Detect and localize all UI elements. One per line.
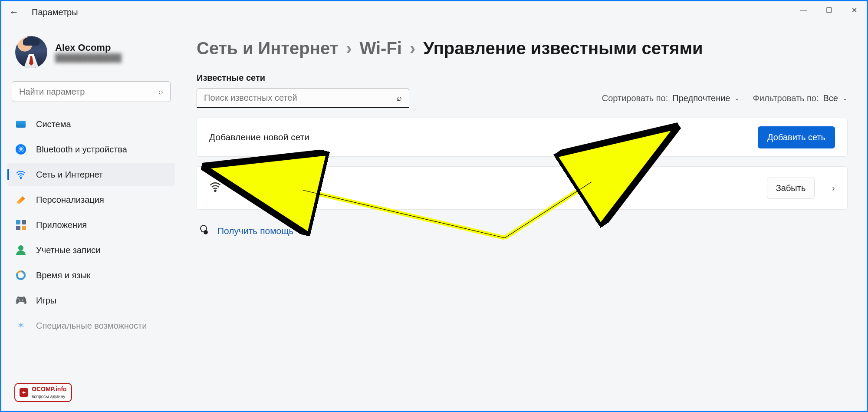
clock-icon xyxy=(15,270,26,281)
add-network-button[interactable]: Добавить сеть xyxy=(758,126,835,148)
known-networks-search[interactable]: ⌕ xyxy=(197,88,409,108)
close-button[interactable]: ✕ xyxy=(842,1,867,19)
sort-dropdown[interactable]: Сортировать по: Предпочтение ⌄ xyxy=(602,93,740,103)
back-button[interactable]: ← xyxy=(9,7,19,18)
help-icon: ? xyxy=(198,224,209,237)
chevron-right-icon: › xyxy=(346,39,352,58)
chevron-right-icon[interactable]: › xyxy=(832,183,835,193)
sidebar-item-system[interactable]: Система xyxy=(7,112,175,136)
breadcrumb-wifi[interactable]: Wi-Fi xyxy=(360,39,402,58)
minimize-button[interactable]: — xyxy=(791,1,816,19)
apps-icon xyxy=(15,219,26,231)
svg-point-0 xyxy=(20,178,22,179)
sidebar-item-time-language[interactable]: Время и язык xyxy=(7,264,175,287)
filter-label: Фильтровать по: xyxy=(753,93,819,103)
breadcrumb-network[interactable]: Сеть и Интернет xyxy=(197,39,338,58)
sidebar-item-accessibility[interactable]: ✶ Специальные возможности xyxy=(7,314,175,337)
sidebar-item-label: Специальные возможности xyxy=(36,321,147,331)
settings-search-input[interactable] xyxy=(19,87,158,97)
maximize-button[interactable]: ☐ xyxy=(816,1,842,19)
filter-value: Все xyxy=(823,93,838,103)
known-networks-search-input[interactable] xyxy=(204,93,397,103)
breadcrumb: Сеть и Интернет › Wi-Fi › Управление изв… xyxy=(197,39,848,58)
sidebar-item-label: Сеть и Интернет xyxy=(36,170,103,180)
system-icon xyxy=(15,119,26,130)
watermark: + OCOMP.info вопросы-админу xyxy=(14,383,72,402)
plus-icon: + xyxy=(20,388,28,397)
sidebar-item-network[interactable]: Сеть и Интернет xyxy=(7,163,175,186)
brush-icon xyxy=(15,194,26,205)
person-icon xyxy=(15,244,26,256)
search-icon: ⌕ xyxy=(158,87,163,96)
sidebar-item-label: Система xyxy=(36,119,71,129)
chevron-down-icon: ⌄ xyxy=(842,95,848,102)
settings-search[interactable]: ⌕ xyxy=(12,81,171,102)
sidebar-item-label: Игры xyxy=(36,296,56,306)
sidebar-item-personalization[interactable]: Персонализация xyxy=(7,188,175,211)
window-title: Параметры xyxy=(32,7,78,17)
page-title: Управление известными сетями xyxy=(423,39,703,58)
network-row[interactable]: Asus_████ Забыть › xyxy=(209,167,835,209)
user-block[interactable]: Alex Ocomp ████████████ xyxy=(7,32,175,81)
sidebar-item-label: Приложения xyxy=(36,220,87,230)
bluetooth-icon: ⌘ xyxy=(15,144,26,155)
network-name: Asus_████ xyxy=(233,182,286,194)
search-icon: ⌕ xyxy=(397,93,402,103)
sidebar-item-label: Bluetooth и устройства xyxy=(36,145,127,155)
sort-label: Сортировать по: xyxy=(602,93,668,103)
user-name: Alex Ocomp xyxy=(55,42,122,53)
sidebar-item-bluetooth[interactable]: ⌘ Bluetooth и устройства xyxy=(7,138,175,161)
accessibility-icon: ✶ xyxy=(15,320,26,331)
section-label: Известные сети xyxy=(197,73,848,83)
sidebar-item-gaming[interactable]: 🎮 Игры xyxy=(7,289,175,312)
avatar xyxy=(15,36,47,68)
wifi-icon xyxy=(15,169,26,180)
sort-value: Предпочтение xyxy=(672,93,730,103)
filter-dropdown[interactable]: Фильтровать по: Все ⌄ xyxy=(753,93,848,103)
sidebar-item-accounts[interactable]: Учетные записи xyxy=(7,238,175,262)
get-help-link[interactable]: Получить помощь xyxy=(217,226,294,236)
sidebar-item-label: Учетные записи xyxy=(36,245,100,255)
svg-point-1 xyxy=(214,190,216,191)
user-email: ████████████ xyxy=(55,53,122,63)
gamepad-icon: 🎮 xyxy=(15,295,26,306)
sidebar-item-label: Время и язык xyxy=(36,270,91,280)
chevron-down-icon: ⌄ xyxy=(734,95,740,102)
forget-button[interactable]: Забыть xyxy=(767,178,815,199)
sidebar-item-apps[interactable]: Приложения xyxy=(7,213,175,237)
sidebar-item-label: Персонализация xyxy=(36,195,104,205)
wifi-icon xyxy=(209,181,221,196)
chevron-right-icon: › xyxy=(410,39,415,58)
add-network-label: Добавление новой сети xyxy=(209,132,758,142)
